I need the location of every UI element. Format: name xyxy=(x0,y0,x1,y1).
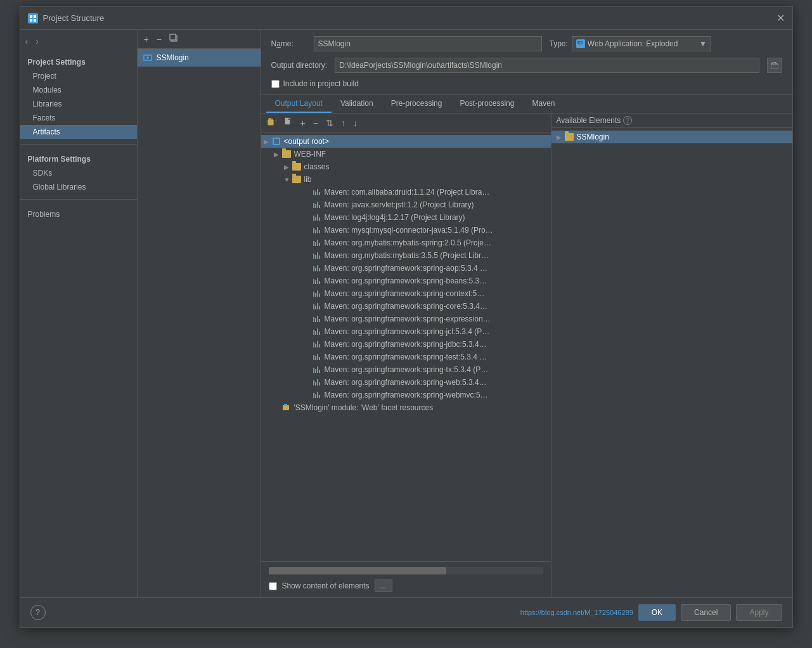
include-build-label[interactable]: Include in project build xyxy=(283,79,359,88)
maven-icon-12 xyxy=(312,339,322,349)
tree-lib-item-2[interactable]: Maven: log4j:log4j:1.2.17 (Project Libra… xyxy=(261,211,551,224)
show-content-label[interactable]: Show content of elements xyxy=(282,581,370,590)
tree-lib-item-8[interactable]: Maven: org.springframework:spring-contex… xyxy=(261,287,551,300)
output-sort-button[interactable]: ⇅ xyxy=(323,117,336,129)
output-down-button[interactable]: ↓ xyxy=(351,117,360,129)
artifact-icon xyxy=(143,53,153,63)
output-dir-label: Output directory: xyxy=(271,61,328,70)
tree-lib-item-3[interactable]: Maven: mysql:mysql-connector-java:5.1.49… xyxy=(261,224,551,237)
tab-output-layout[interactable]: Output Layout xyxy=(266,95,332,113)
svg-rect-18 xyxy=(283,405,289,410)
lib-item-label-1: Maven: javax.servlet:jstl:1.2 (Project L… xyxy=(325,200,474,209)
show-content-checkbox[interactable] xyxy=(269,582,277,590)
maven-icon-8 xyxy=(312,288,322,299)
tree-lib-item-10[interactable]: Maven: org.springframework:spring-expres… xyxy=(261,313,551,325)
help-icon[interactable]: ? xyxy=(623,116,632,125)
tree-lib-item-12[interactable]: Maven: org.springframework:spring-jdbc:5… xyxy=(261,338,551,351)
lib-item-label-11: Maven: org.springframework:spring-jcl:5.… xyxy=(325,327,490,336)
output-add-dir-button[interactable]: + xyxy=(265,116,279,129)
maven-icon-16 xyxy=(312,390,322,400)
tab-validation[interactable]: Validation xyxy=(332,95,382,113)
apply-button[interactable]: Apply xyxy=(736,604,782,621)
tab-maven[interactable]: Maven xyxy=(523,95,564,113)
available-elements-tree: ▶ SSMlogin xyxy=(551,128,792,597)
webinf-label: WEB-INF xyxy=(294,150,326,159)
sidebar-item-global-libraries[interactable]: Global Libraries xyxy=(20,180,137,194)
lib-item-label-13: Maven: org.springframework:spring-test:5… xyxy=(325,353,487,361)
svg-rect-15 xyxy=(268,120,273,126)
maven-icon-15 xyxy=(312,377,322,387)
horizontal-scrollbar[interactable] xyxy=(269,567,543,574)
tree-lib-item-6[interactable]: Maven: org.springframework:spring-aop:5.… xyxy=(261,262,551,275)
output-remove-button[interactable]: − xyxy=(311,117,321,129)
lib-item-label-14: Maven: org.springframework:spring-tx:5.3… xyxy=(325,365,489,374)
output-dir-input[interactable] xyxy=(335,58,759,73)
type-value: Web Application: Exploded xyxy=(588,39,678,48)
output-tree: ▶ <output root> ▶ WEB-INF xyxy=(261,133,551,561)
name-input[interactable] xyxy=(314,36,542,51)
back-arrow[interactable]: ‹ xyxy=(23,35,31,48)
tree-output-root[interactable]: ▶ <output root> xyxy=(261,135,551,148)
svg-point-11 xyxy=(579,42,581,44)
sidebar-item-modules[interactable]: Modules xyxy=(20,83,137,97)
sidebar-item-problems[interactable]: Problems xyxy=(20,205,137,224)
tree-lib-item-9[interactable]: Maven: org.springframework:spring-core:5… xyxy=(261,300,551,313)
sidebar-nav: ‹ › xyxy=(20,30,137,53)
maven-icon-6 xyxy=(312,263,322,273)
tree-lib-item-1[interactable]: Maven: javax.servlet:jstl:1.2 (Project L… xyxy=(261,198,551,211)
title-bar-left: Project Structure xyxy=(28,13,105,23)
lib-folder-icon xyxy=(292,174,302,185)
output-root-arrow: ▶ xyxy=(264,138,271,145)
sidebar-item-artifacts[interactable]: Artifacts xyxy=(20,125,137,139)
sidebar-item-facets[interactable]: Facets xyxy=(20,111,137,125)
webinf-arrow: ▶ xyxy=(274,151,281,158)
tree-lib-item-14[interactable]: Maven: org.springframework:spring-tx:5.3… xyxy=(261,363,551,376)
tree-lib-item-4[interactable]: Maven: org.mybatis:mybatis-spring:2.0.5 … xyxy=(261,237,551,249)
tree-lib-item-7[interactable]: Maven: org.springframework:spring-beans:… xyxy=(261,275,551,287)
artifact-entry-ssm[interactable]: SSMlogin xyxy=(138,49,261,67)
tree-module-entry[interactable]: 'SSMlogin' module: 'Web' facet resources xyxy=(261,401,551,414)
tree-webinf[interactable]: ▶ WEB-INF xyxy=(261,148,551,160)
title-bar: Project Structure ✕ xyxy=(20,7,792,30)
browse-button[interactable] xyxy=(767,58,782,73)
tree-lib[interactable]: ▼ lib xyxy=(261,173,551,186)
tree-lib-item-11[interactable]: Maven: org.springframework:spring-jcl:5.… xyxy=(261,325,551,338)
close-button[interactable]: ✕ xyxy=(777,12,785,24)
add-artifact-button[interactable]: + xyxy=(141,33,151,46)
include-build-checkbox[interactable] xyxy=(271,80,280,88)
name-label: Name: xyxy=(271,39,306,48)
dots-button[interactable]: ... xyxy=(375,580,392,592)
svg-rect-3 xyxy=(34,19,36,22)
tree-lib-item-0[interactable]: Maven: com.alibaba:druid:1.1.24 (Project… xyxy=(261,186,551,198)
sidebar-item-libraries[interactable]: Libraries xyxy=(20,97,137,111)
tree-lib-item-13[interactable]: Maven: org.springframework:spring-test:5… xyxy=(261,351,551,363)
tab-post-processing[interactable]: Post-processing xyxy=(451,95,523,113)
lib-item-label-7: Maven: org.springframework:spring-beans:… xyxy=(325,276,487,285)
tree-lib-item-15[interactable]: Maven: org.springframework:spring-web:5.… xyxy=(261,376,551,389)
tree-classes[interactable]: ▶ classes xyxy=(261,160,551,173)
tree-lib-item-5[interactable]: Maven: org.mybatis:mybatis:3.5.5 (Projec… xyxy=(261,249,551,262)
module-entry-label: 'SSMlogin' module: 'Web' facet resources xyxy=(294,403,434,412)
cancel-button[interactable]: Cancel xyxy=(681,604,731,621)
remove-artifact-button[interactable]: − xyxy=(154,33,164,46)
type-select[interactable]: Web Application: Exploded ▼ xyxy=(572,36,711,51)
copy-artifact-button[interactable] xyxy=(167,32,181,46)
sidebar-item-sdks[interactable]: SDKs xyxy=(20,166,137,180)
maven-icon-13 xyxy=(312,352,322,362)
ok-button[interactable]: OK xyxy=(638,604,676,621)
artifact-name: SSMlogin xyxy=(157,53,189,62)
sidebar-item-project[interactable]: Project xyxy=(20,69,137,83)
forward-arrow[interactable]: › xyxy=(33,35,41,48)
maven-icon-7 xyxy=(312,276,322,286)
available-ssm-entry[interactable]: ▶ SSMlogin xyxy=(551,131,792,143)
tabs-bar: Output Layout Validation Pre-processing … xyxy=(261,95,792,113)
tab-pre-processing[interactable]: Pre-processing xyxy=(382,95,451,113)
output-add-button[interactable]: + xyxy=(298,117,308,129)
help-button[interactable]: ? xyxy=(30,605,46,620)
output-add-file-button[interactable] xyxy=(281,116,295,129)
svg-rect-19 xyxy=(284,404,287,406)
tree-lib-item-16[interactable]: Maven: org.springframework:spring-webmvc… xyxy=(261,389,551,401)
dropdown-arrow-icon: ▼ xyxy=(699,39,707,48)
bottom-area: Show content of elements ... xyxy=(261,561,551,597)
output-up-button[interactable]: ↑ xyxy=(338,117,348,129)
